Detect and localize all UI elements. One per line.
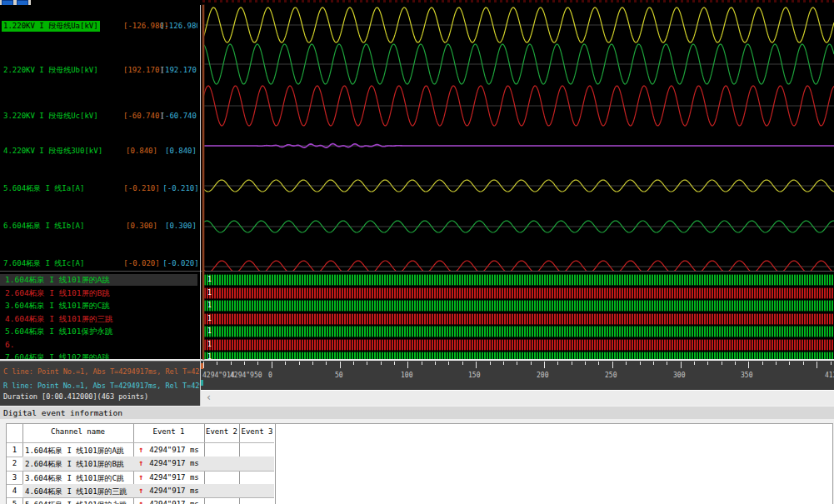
ruler-tick (394, 362, 395, 365)
scroll-left-icon[interactable]: ‹ (206, 392, 212, 403)
ruler-label: 0 (268, 372, 272, 379)
c-line-cursor[interactable] (202, 5, 204, 359)
digital-event-info-title: Digital event information (0, 406, 834, 419)
analog-channel-row[interactable]: 4.220KV I 段母线3U0[kV][0.840][0.840] (0, 146, 197, 157)
ruler-tick (490, 362, 491, 365)
horizontal-scrollbar[interactable]: ‹ (201, 390, 834, 407)
time-axis-ruler[interactable]: 4294"9144294"950050100150200250300350412 (201, 361, 834, 390)
ruler-label: 50 (335, 372, 343, 379)
ruler-tick (735, 362, 736, 365)
ruler-tick (435, 362, 436, 365)
rising-edge-icon: ↑ (138, 499, 143, 504)
analog-channel-row[interactable]: 7.604柘泉 I 线Ic[A][-0.020][-0.020] (0, 258, 197, 269)
ruler-tick (667, 362, 667, 365)
ruler-tick (789, 362, 790, 365)
ruler-tick (462, 362, 463, 365)
table-header-underline (7, 442, 274, 443)
clipped-title-text (202, 0, 834, 2)
ruler-label: 200 (537, 372, 548, 379)
digital-state-value: 1 (207, 288, 212, 298)
column-header-event: Event 3 (239, 427, 275, 436)
digital-state-value: 1 (207, 352, 212, 359)
ruler-tick (367, 362, 367, 365)
analog-channel-row[interactable]: 5.604柘泉 I 线Ia[A][-0.210][-0.210] (0, 183, 197, 194)
ruler-tick (681, 362, 682, 368)
analog-channel-label: 5.604柘泉 I 线Ia[A] (3, 183, 84, 194)
separator-line (0, 271, 834, 272)
analog-value-2: [0.840] (160, 146, 197, 157)
ruler-tick (476, 362, 477, 368)
digital-channel-row[interactable]: 6. (0, 339, 197, 351)
ruler-tick (517, 362, 517, 365)
column-header-event: Event 2 (204, 427, 239, 436)
analog-channel-row[interactable]: 1.220KV I 段母线Ua[kV][-126.980][-126.980] (0, 21, 197, 32)
ruler-tick (707, 362, 708, 365)
r-line-status: R line: Point No.=1, Abs T=4294917ms, Re… (3, 382, 200, 390)
analog-value-2: [-126.980] (160, 21, 197, 32)
ruler-tick (531, 362, 532, 365)
waveform-canvas[interactable] (197, 5, 834, 271)
panel-splitter[interactable] (200, 5, 201, 406)
cursor-status-panel: C line: Point No.=1, Abs T=4294917ms, Re… (0, 361, 200, 407)
digital-state-bar: 1 (204, 352, 834, 359)
digital-channel-row[interactable]: 4.604柘泉 I 线101屏的三跳 (0, 313, 197, 325)
event1-time-cell: 4294"917 ms (147, 446, 202, 454)
digital-channel-row[interactable]: 1.604柘泉 I 线101屏的A跳 (0, 274, 197, 286)
analog-value-2: [192.170] (160, 65, 197, 76)
analog-value-2: [-0.210] (160, 183, 197, 194)
analog-channel-row[interactable]: 6.604柘泉 I 线Ib[A][0.300][0.300] (0, 221, 197, 232)
digital-channel-row[interactable]: 2.604柘泉 I 线101屏的B跳 (0, 287, 197, 299)
event1-time-cell: 4294"917 ms (147, 459, 202, 467)
analog-channel-label: 4.220KV I 段母线3U0[kV] (3, 146, 102, 157)
digital-channel-row[interactable]: 3.604柘泉 I 线101屏的C跳 (0, 300, 197, 312)
ruler-tick (544, 362, 545, 368)
ruler-tick (762, 362, 763, 365)
row-number: 5 (7, 500, 22, 504)
digital-channel-row[interactable]: 5.604柘泉 I 线101保护永跳 (0, 326, 197, 337)
ruler-tick (831, 362, 832, 365)
digital-state-bar: 1 (204, 313, 834, 325)
ruler-tick (381, 362, 382, 365)
ruler-tick (407, 362, 408, 368)
channel-name-cell: 2.604柘泉 I 线101屏的B跳 (25, 459, 124, 470)
digital-state-bar: 1 (204, 274, 834, 286)
ruler-tick (217, 362, 217, 365)
analog-value-1: [0.300] (123, 221, 160, 232)
row-number: 1 (7, 446, 22, 454)
digital-channel-row[interactable]: 7.604柘泉 I 线102屏的A跳 (0, 352, 197, 359)
ruler-tick (272, 362, 272, 368)
analog-channel-label: 2.220KV I 段母线Ub[kV] (3, 65, 98, 76)
rising-edge-icon: ↑ (138, 458, 143, 467)
analog-channel-list: 1.220KV I 段母线Ua[kV][-126.980][-126.980]2… (0, 5, 197, 271)
rising-edge-icon: ↑ (138, 445, 143, 454)
waveform-analyzer-window: 1.220KV I 段母线Ua[kV][-126.980][-126.980]2… (0, 0, 834, 504)
analog-value-2: [-0.020] (160, 258, 197, 269)
channel-name-cell: 4.604柘泉 I 线101屏的三跳 (25, 487, 127, 497)
analog-channel-label: 1.220KV I 段母线Ua[kV] (2, 21, 100, 32)
analog-channel-row[interactable]: 3.220KV I 段母线Uc[kV][-60.740][-60.740] (0, 111, 197, 122)
column-header-channel-name: Channel name (22, 427, 133, 436)
ruler-label: 150 (468, 372, 480, 379)
column-header-event: Event 1 (133, 427, 204, 436)
ruler-tick (244, 362, 245, 365)
analog-value-2: [-60.740] (160, 111, 197, 122)
rising-edge-icon: ↑ (138, 472, 143, 482)
row-number: 2 (7, 459, 22, 467)
analog-value-1: [192.170] (123, 65, 160, 76)
channel-name-cell: 3.604柘泉 I 线101屏的C跳 (25, 473, 124, 484)
analog-value-1: [-126.980] (123, 21, 160, 32)
digital-state-bars[interactable]: 1111111 (201, 272, 834, 359)
digital-state-bar: 1 (204, 326, 834, 337)
duration-status: Duration [0:00.412000](463 points) (3, 392, 200, 401)
ruler-tick (694, 362, 695, 365)
ruler-tick (326, 362, 327, 365)
ruler-tick (653, 362, 654, 365)
analog-value-1: [-0.020] (123, 258, 160, 269)
digital-state-value: 1 (207, 301, 212, 311)
r-line-marker (201, 380, 203, 386)
rising-edge-icon: ↑ (138, 486, 143, 495)
ruler-tick (748, 362, 749, 368)
waveform-trace (203, 144, 834, 148)
analog-channel-row[interactable]: 2.220KV I 段母线Ub[kV][192.170][192.170] (0, 65, 197, 76)
ruler-tick (203, 362, 204, 368)
